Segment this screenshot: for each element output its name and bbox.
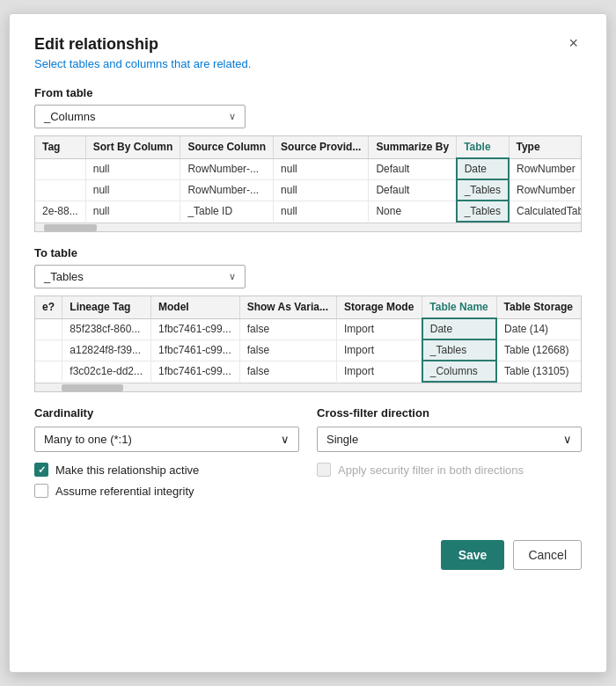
from-table-row: nullRowNumber-...nullDefaultDateRowNumbe… xyxy=(35,158,581,179)
from-table-header-row: TagSort By ColumnSource ColumnSource Pro… xyxy=(35,136,581,158)
from-cell-2-1: null xyxy=(85,201,180,222)
cardinality-label: Cardinality xyxy=(34,406,299,420)
to-cell-1-0 xyxy=(35,339,62,361)
to-cell-0-2: 1fbc7461-c99... xyxy=(151,318,240,339)
to-table-value: _Tables xyxy=(44,270,84,283)
to-col-header-0: e? xyxy=(35,296,62,318)
from-table-hscrollbar[interactable] xyxy=(35,223,581,231)
cross-filter-label: Cross-filter direction xyxy=(317,406,582,420)
referential-integrity-label: Assume referential integrity xyxy=(55,485,194,498)
from-cell-2-4: None xyxy=(369,201,457,222)
from-cell-2-0: 2e-88... xyxy=(35,201,85,222)
from-cell-0-0 xyxy=(35,158,85,179)
referential-integrity-row: Assume referential integrity xyxy=(34,484,299,498)
to-cell-1-3: false xyxy=(239,339,336,361)
cardinality-section: Cardinality Many to one (*:1) ∨ Make thi… xyxy=(34,406,299,505)
from-cell-0-2: RowNumber-... xyxy=(180,158,274,179)
security-filter-label: Apply security filter in both directions xyxy=(338,463,524,477)
to-table-hscrollbar[interactable] xyxy=(35,383,581,391)
from-col-header-5: Table xyxy=(457,136,509,158)
from-cell-2-6: CalculatedTab... xyxy=(509,201,581,222)
to-cell-1-2: 1fbc7461-c99... xyxy=(151,339,240,361)
dialog-title: Edit relationship xyxy=(34,35,158,54)
to-cell-1-1: a12824f8-f39... xyxy=(62,339,151,361)
to-table-data: e?Lineage TagModelShow As Varia...Storag… xyxy=(35,296,581,383)
cancel-button[interactable]: Cancel xyxy=(513,540,582,570)
to-cell-0-3: false xyxy=(239,318,336,339)
from-cell-2-3: null xyxy=(274,201,369,222)
from-cell-0-4: Default xyxy=(369,158,457,179)
to-cell-2-0 xyxy=(35,361,62,382)
from-cell-1-5: _Tables xyxy=(457,179,509,201)
to-col-header-4: Storage Mode xyxy=(337,296,422,318)
from-table-label: From table xyxy=(34,86,582,99)
to-cell-1-4: Import xyxy=(337,339,422,361)
from-col-header-3: Source Provid... xyxy=(274,136,369,158)
from-table-hscrollbar-thumb xyxy=(44,224,97,231)
from-cell-2-5: _Tables xyxy=(457,201,509,222)
to-table-row: a12824f8-f39...1fbc7461-c99...falseImpor… xyxy=(35,339,581,361)
from-cell-1-1: null xyxy=(85,179,180,201)
make-active-row: Make this relationship active xyxy=(34,463,299,477)
to-cell-0-6: Date (14) xyxy=(496,318,581,339)
to-col-header-1: Lineage Tag xyxy=(62,296,151,318)
to-col-header-5: Table Name xyxy=(422,296,496,318)
from-col-header-1: Sort By Column xyxy=(85,136,180,158)
cross-filter-chevron: ∨ xyxy=(563,433,572,446)
to-col-header-3: Show As Varia... xyxy=(239,296,336,318)
to-table-hscrollbar-thumb xyxy=(62,384,123,391)
from-col-header-6: Type xyxy=(509,136,581,158)
cardinality-chevron: ∨ xyxy=(281,433,290,446)
from-table-data: TagSort By ColumnSource ColumnSource Pro… xyxy=(35,136,581,223)
to-table-row: 85f238cf-860...1fbc7461-c99...falseImpor… xyxy=(35,318,581,339)
to-table-row: f3c02c1e-dd2...1fbc7461-c99...falseImpor… xyxy=(35,361,581,382)
to-cell-0-4: Import xyxy=(337,318,422,339)
from-table-grid: TagSort By ColumnSource ColumnSource Pro… xyxy=(34,135,582,232)
from-cell-0-3: null xyxy=(274,158,369,179)
referential-integrity-checkbox[interactable] xyxy=(34,484,48,498)
from-col-header-2: Source Column xyxy=(180,136,274,158)
to-cell-0-1: 85f238cf-860... xyxy=(62,318,151,339)
make-active-checkbox[interactable] xyxy=(34,463,48,477)
cross-filter-section: Cross-filter direction Single ∨ Apply se… xyxy=(317,406,582,505)
to-table-grid: e?Lineage TagModelShow As Varia...Storag… xyxy=(34,296,582,392)
to-cell-0-0 xyxy=(35,318,62,339)
to-cell-1-6: Table (12668) xyxy=(496,339,581,361)
close-button[interactable]: × xyxy=(565,35,582,51)
make-active-label: Make this relationship active xyxy=(55,463,199,477)
from-cell-1-4: Default xyxy=(369,179,457,201)
from-cell-1-6: RowNumber xyxy=(509,179,581,201)
cross-filter-dropdown[interactable]: Single ∨ xyxy=(317,427,582,452)
from-table-value: _Columns xyxy=(44,110,96,123)
to-cell-2-5: _Columns xyxy=(422,361,496,382)
save-button[interactable]: Save xyxy=(441,540,505,570)
from-col-header-0: Tag xyxy=(35,136,85,158)
to-col-header-6: Table Storage xyxy=(496,296,581,318)
to-col-header-2: Model xyxy=(151,296,240,318)
from-cell-1-0 xyxy=(35,179,85,201)
to-cell-2-4: Import xyxy=(337,361,422,382)
cardinality-value: Many to one (*:1) xyxy=(44,433,132,446)
dialog-subtitle: Select tables and columns that are relat… xyxy=(34,57,582,70)
bottom-section: Cardinality Many to one (*:1) ∨ Make thi… xyxy=(34,406,582,505)
dialog-header: Edit relationship × xyxy=(34,35,582,54)
to-cell-2-2: 1fbc7461-c99... xyxy=(151,361,240,382)
to-table-dropdown[interactable]: _Tables ∨ xyxy=(34,265,246,288)
to-cell-1-5: _Tables xyxy=(422,339,496,361)
to-table-chevron: ∨ xyxy=(229,271,236,282)
to-table-label: To table xyxy=(34,246,582,259)
from-table-row: 2e-88...null_Table IDnullNone_TablesCalc… xyxy=(35,201,581,222)
to-cell-2-6: Table (13105) xyxy=(496,361,581,382)
from-table-chevron: ∨ xyxy=(229,111,236,122)
security-filter-row: Apply security filter in both directions xyxy=(317,463,582,477)
cardinality-dropdown[interactable]: Many to one (*:1) ∨ xyxy=(34,427,299,452)
from-table-dropdown[interactable]: _Columns ∨ xyxy=(34,105,246,128)
security-filter-checkbox xyxy=(317,463,331,477)
to-cell-2-1: f3c02c1e-dd2... xyxy=(62,361,151,382)
from-cell-0-1: null xyxy=(85,158,180,179)
dialog-footer: Save Cancel xyxy=(34,540,582,570)
from-col-header-4: Summarize By xyxy=(369,136,457,158)
from-cell-0-5: Date xyxy=(457,158,509,179)
to-cell-2-3: false xyxy=(239,361,336,382)
cross-filter-value: Single xyxy=(326,433,358,446)
